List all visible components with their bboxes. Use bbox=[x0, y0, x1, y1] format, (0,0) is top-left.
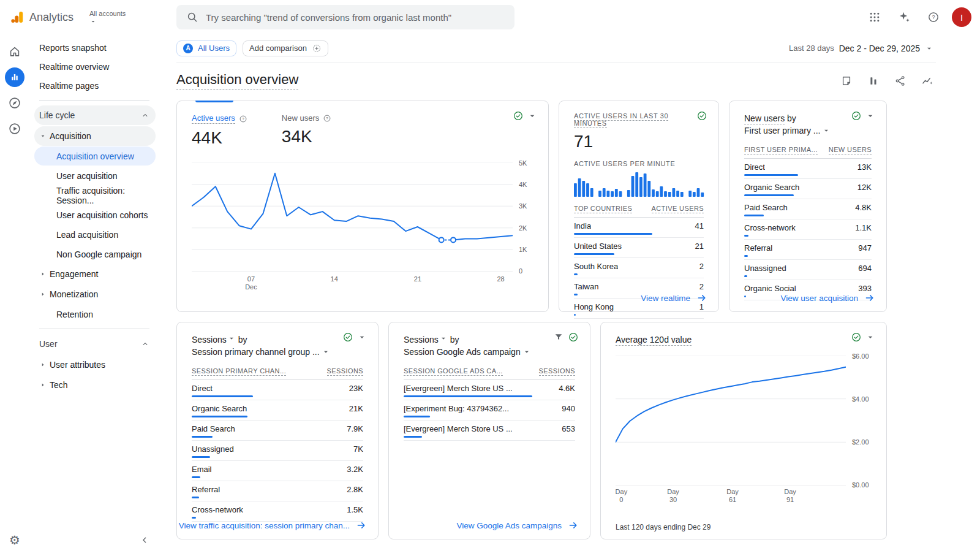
arrow-right-icon bbox=[864, 292, 875, 303]
data-quality-check-icon[interactable] bbox=[342, 332, 353, 343]
data-quality-check-icon[interactable] bbox=[851, 110, 862, 121]
dimension-dropdown[interactable]: Session primary channel group ... bbox=[192, 346, 339, 358]
value-bar bbox=[574, 314, 576, 316]
advertising-icon[interactable] bbox=[5, 119, 24, 139]
share-icon[interactable] bbox=[894, 75, 907, 87]
metric-name[interactable]: New users bbox=[744, 113, 785, 124]
value-bar bbox=[404, 416, 430, 417]
explore-icon[interactable] bbox=[5, 93, 24, 113]
table-row: Email3.2K bbox=[192, 461, 363, 481]
filter-icon[interactable] bbox=[553, 332, 564, 343]
sidebar-item-label: Acquisition overview bbox=[56, 151, 134, 161]
date-range-value: Dec 2 - Dec 29, 2025 bbox=[839, 44, 920, 53]
value-bar bbox=[744, 235, 748, 237]
active-users-value: 44K bbox=[192, 128, 247, 148]
settings-gear-icon[interactable]: ⚙ bbox=[0, 533, 29, 547]
sessions-by-channel-card: Sessions by Session primary channel grou… bbox=[176, 322, 379, 539]
table-row: Organic Search12K bbox=[744, 179, 872, 199]
ltv-line-chart bbox=[616, 356, 846, 486]
table-row: Paid Search7.9K bbox=[192, 421, 363, 441]
sidebar-item-lead-acquisition[interactable]: Lead acquisition bbox=[34, 225, 156, 244]
audience-chip-all-users[interactable]: A All Users bbox=[176, 40, 236, 56]
info-icon[interactable] bbox=[323, 114, 331, 123]
dimension-dropdown[interactable]: Session Google Ads campaign bbox=[404, 346, 545, 358]
data-quality-check-icon[interactable] bbox=[851, 332, 862, 343]
sidebar-item-reports-snapshot[interactable]: Reports snapshot bbox=[29, 38, 159, 57]
active-users-label[interactable]: Active users bbox=[192, 113, 235, 124]
chevron-down-icon[interactable] bbox=[527, 111, 537, 121]
sidebar-item-label: Traffic acquisition: Session... bbox=[56, 186, 156, 205]
view-realtime-link[interactable]: View realtime bbox=[574, 292, 707, 303]
table-row: United States21 bbox=[574, 238, 704, 258]
sidebar-item-monetization[interactable]: Monetization bbox=[34, 284, 156, 304]
table-row: India41 bbox=[574, 218, 704, 238]
data-quality-check-icon[interactable] bbox=[513, 110, 524, 121]
data-quality-check-icon[interactable] bbox=[568, 332, 579, 343]
app-name: Analytics bbox=[29, 11, 74, 24]
dimension-dropdown[interactable]: First user primary ... bbox=[744, 124, 867, 137]
value-bar bbox=[744, 174, 798, 176]
sidebar-item-engagement[interactable]: Engagement bbox=[34, 264, 156, 284]
search-input[interactable] bbox=[206, 12, 505, 23]
insights-icon[interactable] bbox=[921, 75, 933, 87]
home-icon[interactable] bbox=[5, 42, 24, 61]
chevron-down-icon[interactable] bbox=[357, 332, 367, 342]
metric-name[interactable]: Sessions bbox=[192, 335, 227, 345]
view-google-ads-campaigns-link[interactable]: View Google Ads campaigns bbox=[404, 520, 579, 531]
chevron-down-icon[interactable] bbox=[865, 111, 875, 121]
sidebar-item-tech[interactable]: Tech bbox=[34, 375, 156, 395]
sidebar-item-user-acquisition[interactable]: User acquisition bbox=[34, 166, 156, 185]
sidebar-item-label: User attributes bbox=[50, 360, 105, 370]
value-bar bbox=[744, 215, 764, 216]
app-header: Analytics All accounts I bbox=[0, 0, 980, 34]
sidebar-item-user-acquisition-cohorts[interactable]: User acquisition cohorts bbox=[34, 205, 156, 224]
sidebar-section-user[interactable]: User bbox=[34, 334, 156, 354]
plus-icon bbox=[312, 44, 322, 53]
metric-name[interactable]: Sessions bbox=[404, 335, 439, 345]
collapse-sidebar-icon[interactable] bbox=[136, 531, 153, 549]
arrow-right-icon bbox=[696, 292, 707, 303]
sidebar-section-life-cycle[interactable]: Life cycle bbox=[34, 105, 156, 125]
chevron-down-icon[interactable] bbox=[865, 332, 875, 342]
value-bar bbox=[744, 255, 748, 257]
help-icon[interactable] bbox=[922, 6, 944, 28]
report-controls: A All Users Add comparison Last 28 days … bbox=[176, 34, 936, 63]
sidebar-item-realtime-overview[interactable]: Realtime overview bbox=[29, 57, 159, 76]
table-row: Organic Search21K bbox=[192, 400, 363, 421]
new-users-label[interactable]: New users bbox=[282, 113, 319, 123]
page-title: Acquisition overview bbox=[176, 72, 298, 90]
value-bar bbox=[574, 273, 578, 275]
ltv-title: Average 120d value bbox=[616, 335, 692, 346]
add-comparison-button[interactable]: Add comparison bbox=[243, 40, 328, 56]
sidebar-item-retention[interactable]: Retention bbox=[34, 305, 156, 324]
brand[interactable]: Analytics bbox=[0, 10, 74, 25]
apps-grid-icon[interactable] bbox=[864, 6, 886, 28]
date-range-picker[interactable]: Last 28 days Dec 2 - Dec 29, 2025 bbox=[789, 44, 933, 53]
sidebar-item-non-google-campaign[interactable]: Non Google campaign bbox=[34, 245, 156, 264]
data-quality-check-icon[interactable] bbox=[696, 110, 707, 121]
search-bar[interactable] bbox=[176, 5, 514, 29]
gemini-sparkle-icon[interactable] bbox=[893, 6, 915, 28]
comparison-bars-icon[interactable] bbox=[867, 75, 880, 87]
sidebar-item-label: Monetization bbox=[50, 289, 98, 299]
sidebar-item-label: Retention bbox=[56, 310, 93, 319]
sidebar-item-label: Acquisition bbox=[50, 131, 91, 141]
notes-icon[interactable] bbox=[840, 75, 853, 87]
table-row: Cross-network1.5K bbox=[192, 501, 363, 522]
sidebar-item-user-attributes[interactable]: User attributes bbox=[34, 355, 156, 375]
reports-icon[interactable] bbox=[5, 67, 24, 87]
sidebar-item-traffic-acquisition[interactable]: Traffic acquisition: Session... bbox=[34, 186, 156, 205]
view-user-acquisition-link[interactable]: View user acquisition bbox=[744, 292, 875, 303]
users-trend-card: Active users 44K New users 34K bbox=[176, 101, 549, 312]
sidebar-item-label: Lead acquisition bbox=[56, 230, 118, 240]
sidebar-item-realtime-pages[interactable]: Realtime pages bbox=[29, 76, 159, 95]
sidebar-item-acquisition[interactable]: Acquisition bbox=[34, 126, 156, 146]
avatar[interactable]: I bbox=[952, 7, 971, 27]
account-picker[interactable]: All accounts bbox=[89, 10, 126, 25]
sidebar-item-label: Tech bbox=[50, 380, 68, 390]
account-picker-label: All accounts bbox=[89, 10, 126, 17]
sidebar-item-acquisition-overview[interactable]: Acquisition overview bbox=[34, 147, 156, 166]
triangle-right-icon bbox=[39, 270, 47, 278]
info-icon[interactable] bbox=[239, 115, 247, 123]
view-traffic-acquisition-link[interactable]: View traffic acquisition: session primar… bbox=[192, 520, 367, 531]
